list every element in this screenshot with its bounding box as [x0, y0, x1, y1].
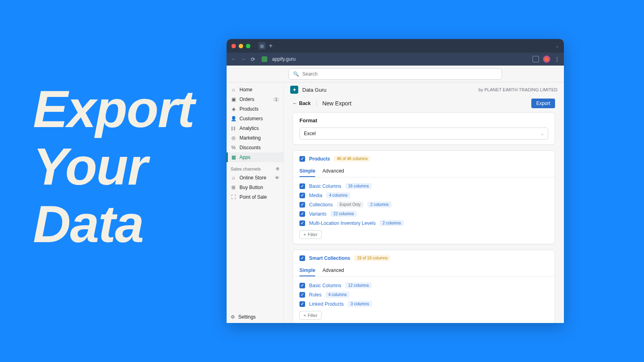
format-heading: Format — [299, 117, 548, 123]
forward-button[interactable]: → — [240, 56, 246, 62]
sidebar-item-discounts[interactable]: % Discounts — [227, 143, 283, 152]
sidebar-item-marketing[interactable]: ◎ Marketing — [227, 133, 283, 143]
row-label[interactable]: Linked Products — [309, 301, 344, 307]
row-label[interactable]: Variants — [309, 211, 326, 217]
checkbox[interactable] — [299, 193, 305, 198]
block-count-pill: 19 of 19 columns — [354, 255, 390, 261]
add-filter-button[interactable]: + Filter — [299, 230, 322, 239]
column-count-pill: 4 columns — [326, 292, 350, 298]
export-block: Products 46 of 46 columns Simple Advance… — [293, 150, 555, 244]
sidebar-item-orders[interactable]: ▣ Orders 1 — [227, 95, 283, 104]
browser-toolbar: ← → ⟳ appify.guru ⋮ — [227, 53, 564, 66]
sidebar-item-home[interactable]: ⌂ Home — [227, 85, 283, 95]
profile-avatar[interactable] — [543, 56, 550, 63]
plus-icon: + — [303, 232, 306, 237]
vendor-label: by PLANET EARTH TRADING LIMITED — [479, 87, 557, 92]
checkbox[interactable] — [299, 183, 305, 189]
column-count-pill: 12 columns — [345, 282, 372, 288]
checkbox[interactable] — [299, 156, 305, 162]
back-link[interactable]: ← Back — [293, 101, 311, 106]
row-label[interactable]: Multi-Location Inventory Levels — [309, 220, 376, 226]
row-label[interactable]: Media — [309, 193, 322, 198]
checkbox[interactable] — [299, 255, 305, 261]
chevron-down-icon[interactable]: ⌄ — [555, 43, 559, 49]
main-content: ✦ Data Guru by PLANET EARTH TRADING LIMI… — [284, 82, 564, 323]
checkbox[interactable] — [299, 301, 305, 307]
search-input-wrapper[interactable]: 🔍 — [289, 68, 502, 80]
export-row: Basic Columns 12 columns — [299, 281, 548, 290]
products-icon: ◈ — [231, 106, 236, 112]
content-scroll[interactable]: Format Excel ⌄ Products 46 of 46 columns… — [284, 112, 564, 323]
analytics-icon: ⫿⫿ — [231, 125, 236, 131]
channel-online-store[interactable]: ⌂ Online Store 👁 — [227, 173, 283, 183]
close-window-button[interactable] — [231, 44, 236, 48]
checkbox[interactable] — [299, 211, 305, 217]
sidebar-item-products[interactable]: ◈ Products — [227, 104, 283, 114]
page-header: ← Back New Export Export — [284, 97, 564, 112]
globe-icon: ◍ — [260, 43, 264, 49]
pos-icon: ⛶ — [231, 194, 236, 200]
add-channel-button[interactable]: ⊕ — [276, 166, 279, 171]
checkbox[interactable] — [299, 220, 305, 226]
back-label: Back — [299, 101, 311, 106]
column-count-pill: 16 columns — [345, 183, 372, 189]
sidebar-settings[interactable]: ⚙ Settings — [227, 311, 283, 323]
tab-advanced[interactable]: Advanced — [322, 166, 344, 177]
minimize-window-button[interactable] — [239, 44, 243, 48]
row-label[interactable]: Collections — [309, 202, 333, 208]
extension-icon[interactable] — [533, 56, 539, 62]
sidebar-item-label: Home — [239, 87, 252, 93]
sidebar-item-analytics[interactable]: ⫿⫿ Analytics — [227, 123, 283, 133]
sidebar-item-apps[interactable]: ▦ Apps — [227, 152, 283, 162]
arrow-left-icon: ← — [293, 101, 297, 106]
channel-buy-button[interactable]: ⊞ Buy Button — [227, 183, 283, 192]
checkbox[interactable] — [299, 202, 305, 208]
row-label[interactable]: Basic Columns — [309, 283, 341, 288]
export-button[interactable]: Export — [531, 99, 555, 108]
app-searchbar: 🔍 — [227, 66, 564, 82]
format-card: Format Excel ⌄ — [293, 112, 555, 145]
browser-window: ◍ + ⌄ ← → ⟳ appify.guru ⋮ 🔍 ⌂ Home ▣ Ord… — [227, 39, 564, 323]
chevron-down-icon: ⌄ — [541, 132, 544, 136]
reload-button[interactable]: ⟳ — [251, 56, 255, 62]
row-label[interactable]: Rules — [309, 292, 322, 298]
sidebar-section-label: Sales channels — [231, 167, 261, 171]
browser-tab[interactable]: ◍ — [258, 42, 266, 49]
orders-icon: ▣ — [231, 97, 236, 102]
row-label[interactable]: Basic Columns — [309, 183, 341, 189]
page-title: New Export — [322, 100, 351, 107]
hero-line: Your — [33, 138, 194, 195]
maximize-window-button[interactable] — [246, 44, 250, 48]
column-count-pill: 3 columns — [348, 301, 372, 307]
back-button[interactable]: ← — [231, 56, 236, 62]
export-row: Rules 4 columns — [299, 290, 548, 299]
export-row: Multi-Location Inventory Levels 2 column… — [299, 218, 548, 228]
sidebar-item-label: Analytics — [239, 125, 259, 131]
block-name[interactable]: Smart Collections — [309, 255, 350, 261]
add-filter-button[interactable]: + Filter — [299, 311, 322, 320]
new-tab-button[interactable]: + — [269, 42, 272, 49]
format-select[interactable]: Excel ⌄ — [299, 128, 548, 140]
channel-label: Buy Button — [239, 185, 263, 190]
sidebar-badge: 1 — [273, 97, 279, 102]
channel-label: Point of Sale — [239, 194, 267, 200]
tab-simple[interactable]: Simple — [299, 265, 315, 276]
checkbox[interactable] — [299, 292, 305, 298]
home-icon: ⌂ — [231, 87, 236, 93]
column-count-pill: 22 columns — [330, 211, 357, 217]
checkbox[interactable] — [299, 283, 305, 288]
kebab-menu-button[interactable]: ⋮ — [554, 56, 560, 62]
export-row: Basic Columns 16 columns — [299, 181, 548, 191]
search-input[interactable] — [302, 71, 497, 77]
block-name[interactable]: Products — [309, 156, 330, 162]
tab-advanced[interactable]: Advanced — [322, 265, 344, 276]
channel-point-of-sale[interactable]: ⛶ Point of Sale — [227, 192, 283, 202]
sidebar-item-customers[interactable]: 👤 Customers — [227, 114, 283, 123]
tab-simple[interactable]: Simple — [299, 166, 315, 177]
eye-icon[interactable]: 👁 — [275, 175, 279, 180]
export-block: Smart Collections 19 of 19 columns Simpl… — [293, 250, 555, 323]
url-text[interactable]: appify.guru — [272, 56, 295, 62]
format-selected-value: Excel — [304, 131, 316, 136]
column-count-pill: 4 columns — [326, 192, 351, 198]
discounts-icon: % — [231, 145, 236, 150]
